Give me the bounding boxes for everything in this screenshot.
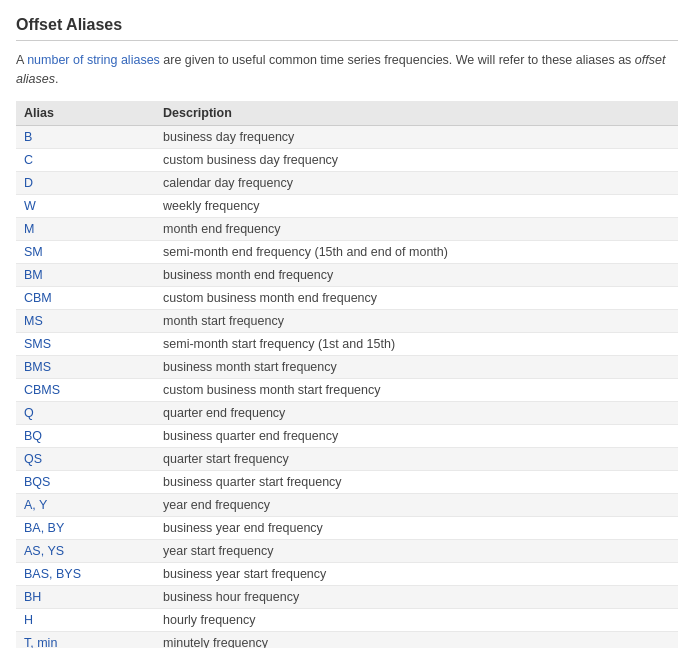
table-row: CBMScustom business month start frequenc… — [16, 378, 678, 401]
table-row: AS, YSyear start frequency — [16, 539, 678, 562]
alias-cell: A, Y — [16, 493, 155, 516]
alias-cell: CBM — [16, 286, 155, 309]
alias-cell: AS, YS — [16, 539, 155, 562]
table-row: CBMcustom business month end frequency — [16, 286, 678, 309]
description-cell: weekly frequency — [155, 194, 678, 217]
description-cell: calendar day frequency — [155, 171, 678, 194]
description-cell: hourly frequency — [155, 608, 678, 631]
description-cell: minutely frequency — [155, 631, 678, 648]
table-row: BHbusiness hour frequency — [16, 585, 678, 608]
description-cell: year start frequency — [155, 539, 678, 562]
offset-aliases-table: Alias Description Bbusiness day frequenc… — [16, 101, 678, 649]
alias-cell: BMS — [16, 355, 155, 378]
alias-cell: MS — [16, 309, 155, 332]
description-cell: custom business month end frequency — [155, 286, 678, 309]
col-description: Description — [155, 101, 678, 126]
table-row: Mmonth end frequency — [16, 217, 678, 240]
table-row: BQbusiness quarter end frequency — [16, 424, 678, 447]
description-cell: month end frequency — [155, 217, 678, 240]
description-cell: custom business month start frequency — [155, 378, 678, 401]
table-row: SMSsemi-month start frequency (1st and 1… — [16, 332, 678, 355]
description-cell: business day frequency — [155, 125, 678, 148]
intro-text1: A — [16, 53, 27, 67]
alias-cell: C — [16, 148, 155, 171]
description-cell: semi-month end frequency (15th and end o… — [155, 240, 678, 263]
table-row: Qquarter end frequency — [16, 401, 678, 424]
table-row: Hhourly frequency — [16, 608, 678, 631]
alias-cell: BQS — [16, 470, 155, 493]
table-row: BA, BYbusiness year end frequency — [16, 516, 678, 539]
alias-cell: BAS, BYS — [16, 562, 155, 585]
table-row: BMSbusiness month start frequency — [16, 355, 678, 378]
alias-cell: H — [16, 608, 155, 631]
alias-cell: SMS — [16, 332, 155, 355]
table-row: BAS, BYSbusiness year start frequency — [16, 562, 678, 585]
table-row: A, Yyear end frequency — [16, 493, 678, 516]
alias-cell: B — [16, 125, 155, 148]
table-row: T, minminutely frequency — [16, 631, 678, 648]
alias-cell: BQ — [16, 424, 155, 447]
description-cell: business year start frequency — [155, 562, 678, 585]
intro-text3: . — [55, 72, 58, 86]
intro-text2: are given to useful common time series f… — [160, 53, 635, 67]
alias-cell: QS — [16, 447, 155, 470]
alias-cell: W — [16, 194, 155, 217]
table-row: BMbusiness month end frequency — [16, 263, 678, 286]
description-cell: quarter start frequency — [155, 447, 678, 470]
table-row: BQSbusiness quarter start frequency — [16, 470, 678, 493]
description-cell: custom business day frequency — [155, 148, 678, 171]
alias-cell: BH — [16, 585, 155, 608]
table-row: Wweekly frequency — [16, 194, 678, 217]
intro-link[interactable]: number of string aliases — [27, 53, 160, 67]
description-cell: business quarter end frequency — [155, 424, 678, 447]
table-row: MSmonth start frequency — [16, 309, 678, 332]
description-cell: month start frequency — [155, 309, 678, 332]
table-row: Bbusiness day frequency — [16, 125, 678, 148]
description-cell: business year end frequency — [155, 516, 678, 539]
alias-cell: T, min — [16, 631, 155, 648]
page-title: Offset Aliases — [16, 16, 678, 41]
alias-cell: BA, BY — [16, 516, 155, 539]
alias-cell: Q — [16, 401, 155, 424]
description-cell: quarter end frequency — [155, 401, 678, 424]
alias-cell: M — [16, 217, 155, 240]
intro-paragraph: A number of string aliases are given to … — [16, 51, 678, 89]
description-cell: business quarter start frequency — [155, 470, 678, 493]
table-row: SMsemi-month end frequency (15th and end… — [16, 240, 678, 263]
alias-cell: CBMS — [16, 378, 155, 401]
table-row: Dcalendar day frequency — [16, 171, 678, 194]
table-row: QSquarter start frequency — [16, 447, 678, 470]
description-cell: year end frequency — [155, 493, 678, 516]
description-cell: semi-month start frequency (1st and 15th… — [155, 332, 678, 355]
alias-cell: SM — [16, 240, 155, 263]
table-row: Ccustom business day frequency — [16, 148, 678, 171]
alias-cell: BM — [16, 263, 155, 286]
alias-cell: D — [16, 171, 155, 194]
table-header-row: Alias Description — [16, 101, 678, 126]
col-alias: Alias — [16, 101, 155, 126]
description-cell: business month end frequency — [155, 263, 678, 286]
description-cell: business month start frequency — [155, 355, 678, 378]
description-cell: business hour frequency — [155, 585, 678, 608]
